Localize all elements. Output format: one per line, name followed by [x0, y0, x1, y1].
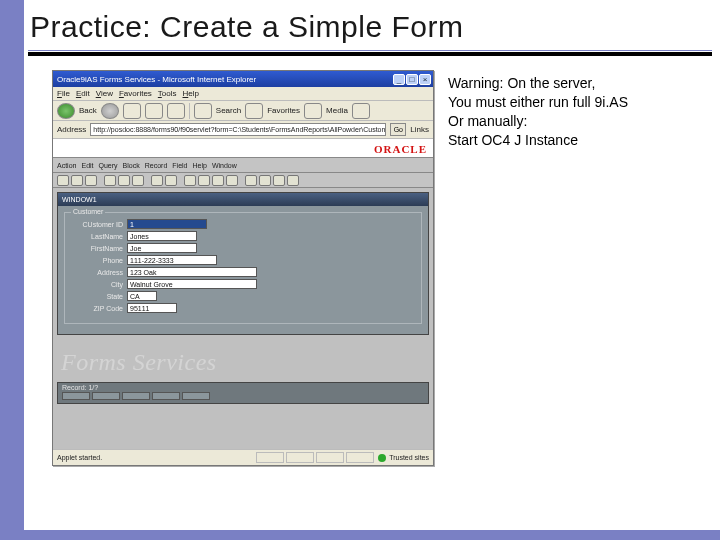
insert-record-icon[interactable] [245, 175, 257, 186]
input-customer-id[interactable]: 1 [127, 219, 207, 229]
status-pane [286, 452, 314, 463]
next-block-icon[interactable] [198, 175, 210, 186]
input-address[interactable]: 123 Oak [127, 267, 257, 277]
warning-line: Or manually: [448, 112, 628, 131]
media-icon[interactable] [304, 103, 322, 119]
save-icon[interactable] [57, 175, 69, 186]
window-minimize-button[interactable]: _ [393, 74, 405, 85]
security-zone-text: Trusted sites [389, 454, 429, 461]
prev-block-icon[interactable] [184, 175, 196, 186]
app-menu-field[interactable]: Field [172, 162, 187, 169]
execute-query-icon[interactable] [165, 175, 177, 186]
input-first-name[interactable]: Joe [127, 243, 197, 253]
menu-file[interactable]: File [57, 89, 70, 98]
label-last-name: LastName [71, 233, 127, 240]
label-city: City [71, 281, 127, 288]
status-cell [122, 392, 150, 400]
divider-thin [28, 50, 712, 51]
status-pane [316, 452, 344, 463]
search-icon[interactable] [194, 103, 212, 119]
app-menubar: Action Edit Query Block Record Field Hel… [53, 158, 433, 173]
input-phone[interactable]: 111-222-3333 [127, 255, 217, 265]
app-menu-edit[interactable]: Edit [81, 162, 93, 169]
next-record-icon[interactable] [226, 175, 238, 186]
enter-query-icon[interactable] [151, 175, 163, 186]
address-bar: Address http://posdoc:8888/forms90/f90se… [53, 121, 433, 139]
warning-line: Start OC4 J Instance [448, 131, 628, 150]
home-button[interactable] [167, 103, 185, 119]
label-customer-id: CUstomer ID [71, 221, 127, 228]
back-button[interactable] [57, 103, 75, 119]
warning-line: Warning: On the server, [448, 74, 628, 93]
app-menu-help[interactable]: Help [192, 162, 206, 169]
print-icon[interactable] [71, 175, 83, 186]
label-first-name: FirstName [71, 245, 127, 252]
window-maximize-button[interactable]: □ [406, 74, 418, 85]
form-window-title[interactable]: WINDOW1 [58, 193, 428, 206]
oracle-logo: ORACLE [374, 143, 427, 155]
form-window: WINDOW1 Customer CUstomer ID 1 LastName … [57, 192, 429, 335]
status-pane [346, 452, 374, 463]
app-status-bar: Record: 1/? [57, 382, 429, 404]
app-toolbar [53, 173, 433, 188]
input-city[interactable]: Walnut Grove [127, 279, 257, 289]
status-cell [92, 392, 120, 400]
menu-edit[interactable]: Edit [76, 89, 90, 98]
menu-favorites[interactable]: Favorites [119, 89, 152, 98]
window-titlebar[interactable]: Oracle9iAS Forms Services - Microsoft In… [53, 71, 433, 87]
warning-line: You must either run full 9i.AS [448, 93, 628, 112]
status-text: Applet started. [57, 454, 102, 461]
browser-menubar: File Edit View Favorites Tools Help [53, 87, 433, 101]
menu-tools[interactable]: Tools [158, 89, 177, 98]
refresh-button[interactable] [145, 103, 163, 119]
forms-applet: ORACLE Action Edit Query Block Record Fi… [53, 139, 433, 449]
label-phone: Phone [71, 257, 127, 264]
help-icon[interactable] [287, 175, 299, 186]
status-pane [256, 452, 284, 463]
remove-record-icon[interactable] [259, 175, 271, 186]
input-state[interactable]: CA [127, 291, 157, 301]
app-menu-window[interactable]: Window [212, 162, 237, 169]
lock-icon[interactable] [273, 175, 285, 186]
copy-icon[interactable] [118, 175, 130, 186]
cut-icon[interactable] [104, 175, 116, 186]
search-label: Search [216, 106, 241, 115]
exit-icon[interactable] [85, 175, 97, 186]
browser-window: Oracle9iAS Forms Services - Microsoft In… [52, 70, 434, 466]
window-title: Oracle9iAS Forms Services - Microsoft In… [57, 75, 256, 84]
status-cell [62, 392, 90, 400]
label-address: Address [71, 269, 127, 276]
media-label: Media [326, 106, 348, 115]
favorites-label: Favorites [267, 106, 300, 115]
status-cell [152, 392, 180, 400]
record-status: Record: 1/? [58, 383, 428, 392]
window-close-button[interactable]: × [419, 74, 431, 85]
favorites-icon[interactable] [245, 103, 263, 119]
app-menu-query[interactable]: Query [99, 162, 118, 169]
forward-button[interactable] [101, 103, 119, 119]
address-input[interactable]: http://posdoc:8888/forms90/f90servlet?fo… [90, 123, 386, 136]
input-last-name[interactable]: Jones [127, 231, 197, 241]
customer-group: Customer CUstomer ID 1 LastName Jones Fi… [64, 212, 422, 324]
label-zip: ZIP Code [71, 305, 127, 312]
watermark-text: Forms Services [53, 339, 433, 382]
group-label: Customer [71, 208, 105, 215]
links-label[interactable]: Links [410, 125, 429, 134]
oracle-banner: ORACLE [53, 140, 433, 158]
input-zip[interactable]: 95111 [127, 303, 177, 313]
stop-button[interactable] [123, 103, 141, 119]
menu-view[interactable]: View [96, 89, 113, 98]
paste-icon[interactable] [132, 175, 144, 186]
go-button[interactable]: Go [390, 123, 406, 136]
address-label: Address [57, 125, 86, 134]
security-zone-icon [378, 454, 386, 462]
app-menu-record[interactable]: Record [145, 162, 168, 169]
prev-record-icon[interactable] [212, 175, 224, 186]
app-menu-action[interactable]: Action [57, 162, 76, 169]
label-state: State [71, 293, 127, 300]
app-menu-block[interactable]: Block [123, 162, 140, 169]
browser-status-bar: Applet started. Trusted sites [53, 449, 433, 465]
menu-help[interactable]: Help [183, 89, 199, 98]
history-icon[interactable] [352, 103, 370, 119]
warning-text: Warning: On the server, You must either … [448, 70, 628, 466]
